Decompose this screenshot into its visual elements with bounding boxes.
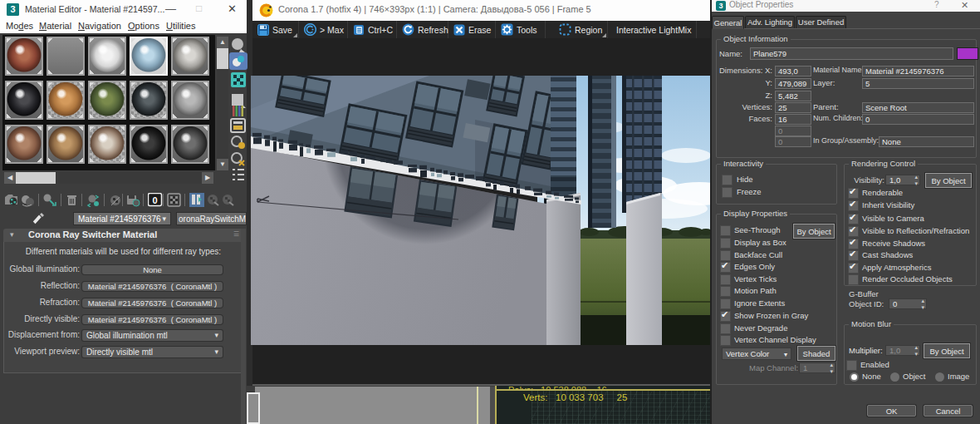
svg-text:0: 0 [152, 195, 157, 205]
